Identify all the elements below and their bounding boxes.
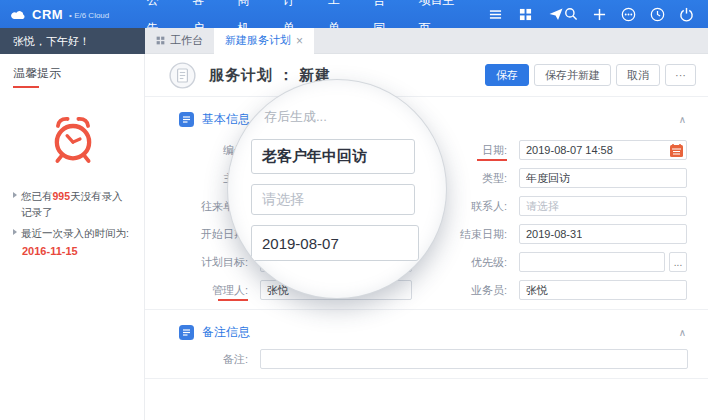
reminder-line-2: 最近一次录入的时间为:: [13, 225, 132, 241]
header-buttons: 保存 保存并新建 取消 ···: [485, 64, 696, 86]
history-clock-icon[interactable]: [650, 7, 665, 22]
end-date-field[interactable]: 2019-08-31: [519, 224, 687, 244]
bottom-divider: [145, 378, 708, 379]
more-actions-button[interactable]: ···: [665, 64, 696, 86]
cloud-icon: [11, 7, 26, 22]
alarm-clock-icon: [45, 112, 101, 172]
remark-label: 备注:: [153, 352, 248, 367]
salesman-field[interactable]: 张悦: [519, 280, 687, 300]
tab-new-service-plan-label: 新建服务计划: [225, 33, 291, 48]
tab-workbench-label: 工作台: [170, 33, 203, 48]
magnified-start-date-field: 2019-08-07: [251, 225, 419, 261]
type-field[interactable]: 年度回访: [519, 168, 687, 188]
tab-workbench[interactable]: 工作台: [145, 28, 214, 53]
crm-window: CRM • E/6 Cloud 公告 客户 商机 订单 工单 合同 项目主页: [0, 0, 708, 420]
send-icon[interactable]: [548, 7, 563, 22]
bullet-arrow-icon: [13, 229, 17, 235]
save-and-new-button[interactable]: 保存并新建: [534, 64, 611, 86]
close-tab-icon[interactable]: ×: [296, 35, 303, 47]
service-plan-icon: [169, 62, 196, 89]
plan-goal-label: 计划目标:: [153, 255, 248, 270]
workbench-grid-icon: [156, 35, 165, 47]
date-field[interactable]: 2019-08-07 14:58: [519, 140, 687, 160]
section-basic-info-label: 基本信息: [202, 111, 250, 128]
form-row: 计划目标: ... 优先级: ...: [145, 248, 708, 276]
cancel-button[interactable]: 取消: [616, 64, 660, 86]
magnifier-lens: 存后生成... 老客户年中回访 请选择 2019-08-07: [228, 80, 446, 298]
salesman-label: 业务员:: [412, 283, 507, 298]
tab-bar: 工作台 新建服务计划 ×: [145, 28, 708, 54]
power-icon[interactable]: [679, 7, 694, 22]
priority-label: 优先级:: [412, 255, 507, 270]
top-navbar: CRM • E/6 Cloud 公告 客户 商机 订单 工单 合同 项目主页: [0, 0, 708, 28]
form-row: 管理人: 张悦 业务员: 张悦: [145, 276, 708, 304]
basic-info-badge-icon: [179, 112, 194, 127]
reminder-title: 温馨提示: [13, 65, 132, 82]
greeting-bar: 张悦，下午好！: [0, 28, 145, 54]
remark-info-badge-icon: [179, 325, 194, 340]
save-button[interactable]: 保存: [485, 64, 529, 86]
reminder-sidebar: 温馨提示 您已有995天没有录入记录了 最近一次录入的时间为: 2016-11-…: [0, 54, 145, 420]
topbar-right-icons: [563, 7, 708, 22]
list-icon[interactable]: [488, 7, 503, 22]
collapse-basic-chevron-icon[interactable]: ∧: [679, 114, 686, 125]
collapse-remark-chevron-icon[interactable]: ∧: [679, 327, 686, 338]
add-icon[interactable]: [592, 7, 607, 22]
page-header: 服务计划 ： 新建 保存 保存并新建 取消 ···: [145, 54, 708, 97]
magnified-number-text: 存后生成...: [264, 108, 327, 126]
more-circle-icon[interactable]: [621, 7, 636, 22]
magnified-account-select: 请选择: [251, 184, 415, 215]
brand-name: CRM: [32, 7, 63, 22]
priority-picker-button[interactable]: ...: [669, 252, 687, 272]
search-icon[interactable]: [563, 7, 578, 22]
remark-row: 备注:: [145, 345, 708, 373]
section-divider: [145, 309, 708, 310]
apps-grid-icon[interactable]: [518, 7, 533, 22]
remark-input[interactable]: [260, 349, 688, 369]
start-date-label: 开始日期:: [153, 227, 248, 242]
bullet-arrow-icon: [13, 192, 17, 198]
days-count: 995: [53, 190, 71, 202]
title-underline: [13, 86, 39, 88]
last-entry-date: 2016-11-15: [22, 245, 132, 257]
manager-label: 管理人:: [153, 283, 248, 298]
reminder-line-1: 您已有995天没有录入记录了: [13, 188, 132, 221]
priority-field[interactable]: [519, 252, 665, 272]
brand-area: CRM • E/6 Cloud: [0, 7, 136, 22]
section-remark-info: 备注信息 ∧: [145, 319, 708, 345]
contact-select[interactable]: 请选择: [519, 196, 687, 216]
tab-new-service-plan[interactable]: 新建服务计划 ×: [214, 28, 314, 54]
calendar-icon[interactable]: [670, 144, 683, 157]
topbar-quick-icons: [488, 7, 563, 22]
section-remark-info-label: 备注信息: [202, 324, 250, 341]
brand-suffix: • E/6 Cloud: [69, 11, 109, 20]
magnified-subject-field: 老客户年中回访: [251, 139, 415, 174]
